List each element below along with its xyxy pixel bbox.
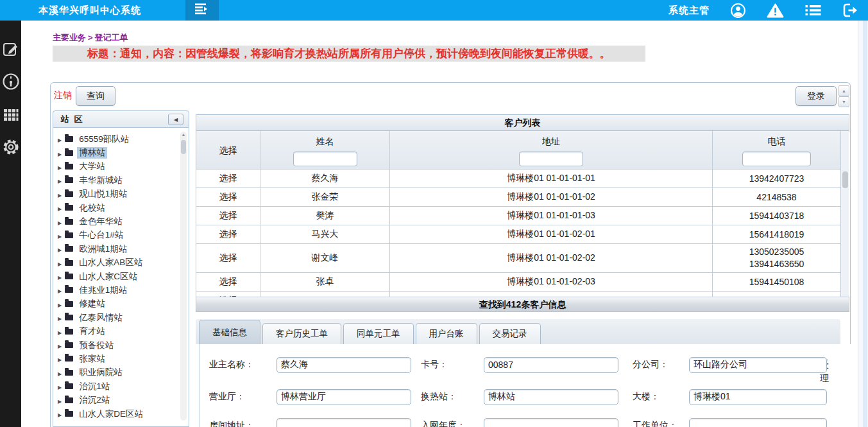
form-field: 房间地址： [209,417,411,427]
scroll-down-icon[interactable]: ▼ [838,96,849,107]
scroll-up-icon[interactable]: ▲ [838,85,849,96]
select-link[interactable]: 选择 [196,188,260,206]
station-tree-item[interactable]: 金色年华站 [53,214,189,228]
tab[interactable]: 交易记录 [479,323,541,344]
expand-arrow-icon[interactable] [58,368,65,378]
expand-arrow-icon[interactable] [58,354,65,363]
query-button[interactable]: 查询 [76,86,115,106]
expand-arrow-icon[interactable] [58,381,65,391]
tab[interactable]: 基础信息 [199,320,260,344]
select-link[interactable]: 选择 [196,273,260,291]
field-input[interactable] [277,389,411,405]
table-scroll-thumb[interactable] [842,171,848,188]
expand-arrow-icon[interactable] [58,134,65,144]
select-link[interactable]: 选择 [196,244,260,272]
list-icon[interactable] [804,4,822,17]
expand-arrow-icon[interactable] [58,299,65,309]
expand-arrow-icon[interactable] [58,340,65,350]
login-button[interactable]: 登录 [796,86,837,106]
tab[interactable]: 用户台账 [416,323,477,344]
station-tree-item[interactable]: 牛心台1#站 [53,229,189,242]
field-input[interactable] [689,357,827,373]
expand-arrow-icon[interactable] [58,285,65,295]
field-input[interactable] [484,389,618,405]
page-scrollbar[interactable] [858,21,868,427]
station-tree-item[interactable]: 预备役站 [53,338,189,352]
field-input[interactable] [484,357,618,373]
select-link[interactable]: 选择 [196,207,260,225]
expand-arrow-icon[interactable] [58,162,65,171]
station-tree-item[interactable]: 治沉1站 [53,379,189,393]
station-tree-item[interactable]: 65559部队站 [53,132,189,146]
phone-filter-input[interactable] [742,152,811,166]
expand-arrow-icon[interactable] [58,272,65,281]
expand-arrow-icon[interactable] [58,148,65,158]
field-input[interactable] [689,418,827,427]
breadcrumb-page[interactable]: 登记工单 [95,33,128,42]
station-tree-item[interactable]: 治沉2站 [53,393,189,406]
station-tree-item[interactable]: 博林站 [53,146,189,159]
name-filter-input[interactable] [293,152,357,166]
station-tree-item[interactable]: 化校站 [53,201,189,214]
station-label: 观山悦1期站 [77,188,129,200]
folder-icon [65,246,73,252]
expand-arrow-icon[interactable] [58,258,65,268]
alert-icon[interactable] [767,3,784,18]
station-tree-item[interactable]: 大学站 [53,160,189,173]
station-tree-item[interactable]: 丰华新城站 [53,173,189,187]
station-tree-item[interactable]: 观山悦1期站 [53,187,189,201]
field-input[interactable] [277,357,411,373]
settings-gear-icon[interactable] [1,137,21,157]
station-tree-item[interactable]: 职业病院站 [53,366,189,379]
tree-scroll-up-icon[interactable]: ▲ [180,132,187,137]
logout-icon[interactable] [842,3,858,17]
expand-arrow-icon[interactable] [58,189,65,199]
breadcrumb-section[interactable]: 主要业务 [53,33,86,42]
expand-arrow-icon[interactable] [58,231,65,240]
field-input[interactable] [689,389,827,405]
expand-arrow-icon[interactable] [58,203,65,213]
station-tree-item[interactable]: 张家站 [53,352,189,365]
field-label: 入网年度： [421,420,484,427]
customer-name: 张卓 [260,273,390,291]
table-scrollbar[interactable] [840,132,849,297]
station-tree-item[interactable]: 山水人家AB区站 [53,256,189,270]
station-tree-item[interactable]: 育才站 [53,324,189,338]
dashboard-gauge-icon[interactable] [1,72,21,91]
register-order-icon[interactable] [1,39,21,58]
select-link[interactable]: 选择 [196,225,260,243]
tree-scroll-thumb[interactable] [181,140,186,154]
expand-arrow-icon[interactable] [58,327,65,336]
folder-icon [65,232,73,238]
select-link[interactable]: 选择 [196,170,260,187]
customer-name: 樊涛 [260,207,390,225]
form-field: 营业厅： [209,388,411,406]
address-filter-input[interactable] [519,152,583,166]
field-input[interactable] [484,418,618,427]
select-link[interactable]: 选择 [196,292,260,297]
tab[interactable]: 同单元工单 [343,323,414,344]
logout-link[interactable]: 注销 [54,90,72,101]
expand-arrow-icon[interactable] [58,409,65,419]
table-grid-icon[interactable] [1,105,21,124]
station-tree-item[interactable]: 修建站 [53,297,189,311]
menu-toggle-button[interactable] [185,0,219,21]
user-role-menu[interactable]: 系统主管 [668,4,710,17]
expand-arrow-icon[interactable] [58,217,65,227]
expand-arrow-icon[interactable] [58,244,65,254]
collapse-panel-button[interactable]: ◀ [168,114,183,125]
expand-arrow-icon[interactable] [58,313,65,322]
folder-icon [65,205,73,211]
station-tree-item[interactable]: 山水人家DE区站 [53,407,189,421]
expand-arrow-icon[interactable] [58,175,65,185]
tree-scrollbar[interactable]: ▲ [180,132,187,421]
user-icon[interactable] [730,3,746,19]
station-tree-item[interactable]: 欧洲城1期站 [53,242,189,256]
station-tree-item[interactable]: 山水人家C区站 [53,270,189,283]
field-input[interactable] [277,418,411,427]
station-tree-item[interactable]: 亿泰风情站 [53,311,189,324]
station-tree-item[interactable]: 佳兆业1期站 [53,283,189,297]
tab[interactable]: 客户历史工单 [262,323,341,344]
expand-arrow-icon[interactable] [58,396,65,405]
station-label: 山水人家C区站 [77,271,139,283]
